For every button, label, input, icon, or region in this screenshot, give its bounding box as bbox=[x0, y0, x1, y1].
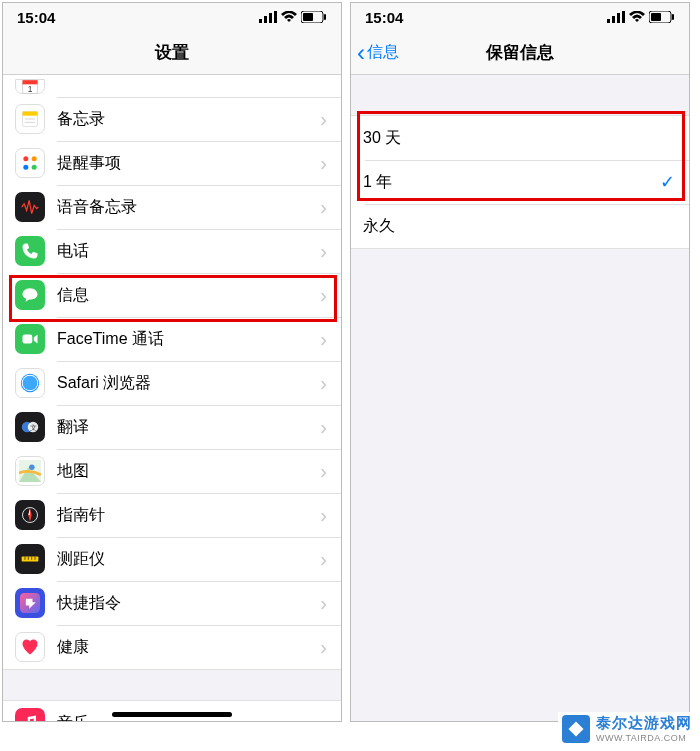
svg-rect-40 bbox=[672, 14, 674, 20]
status-time: 15:04 bbox=[365, 9, 403, 26]
option-label: 30 天 bbox=[363, 128, 675, 149]
settings-row-calendar[interactable]: 1日历› bbox=[3, 75, 341, 97]
svg-point-14 bbox=[23, 156, 28, 161]
translate-icon: 文 bbox=[15, 412, 45, 442]
messages-icon bbox=[15, 280, 45, 310]
settings-row-phone[interactable]: 电话› bbox=[3, 229, 341, 273]
phone-icon bbox=[15, 236, 45, 266]
page-title: 保留信息 bbox=[486, 41, 554, 64]
chevron-right-icon: › bbox=[320, 460, 327, 483]
row-label: 电话 bbox=[57, 241, 320, 262]
status-time: 15:04 bbox=[17, 9, 55, 26]
row-label: 地图 bbox=[57, 461, 320, 482]
svg-point-21 bbox=[23, 376, 38, 391]
signal-icon bbox=[259, 11, 277, 23]
chevron-right-icon: › bbox=[320, 504, 327, 527]
svg-rect-39 bbox=[651, 13, 661, 21]
chevron-right-icon: › bbox=[320, 712, 327, 722]
settings-row-music[interactable]: 音乐› bbox=[3, 701, 341, 721]
settings-row-reminders[interactable]: 提醒事项› bbox=[3, 141, 341, 185]
status-bar: 15:04 bbox=[3, 3, 341, 31]
settings-row-messages[interactable]: 信息› bbox=[3, 273, 341, 317]
row-label: 备忘录 bbox=[57, 109, 320, 130]
settings-row-measure[interactable]: 测距仪› bbox=[3, 537, 341, 581]
chevron-right-icon: › bbox=[320, 416, 327, 439]
battery-icon bbox=[649, 11, 675, 23]
phone-settings: 15:04 设置 1日历›备忘录›提醒事项›语音备忘录›电话›信息›FaceTi… bbox=[2, 2, 342, 722]
battery-icon bbox=[301, 11, 327, 23]
chevron-right-icon: › bbox=[320, 372, 327, 395]
safari-icon bbox=[15, 368, 45, 398]
svg-rect-18 bbox=[23, 335, 33, 344]
signal-icon bbox=[607, 11, 625, 23]
wifi-icon bbox=[629, 11, 645, 23]
option-1y[interactable]: 1 年✓ bbox=[351, 160, 689, 204]
svg-rect-34 bbox=[607, 19, 610, 23]
svg-point-16 bbox=[23, 165, 28, 170]
row-label: FaceTime 通话 bbox=[57, 329, 320, 350]
page-title: 设置 bbox=[155, 41, 189, 64]
settings-row-voicememo[interactable]: 语音备忘录› bbox=[3, 185, 341, 229]
watermark-name: 泰尔达游戏网 bbox=[596, 714, 692, 733]
svg-point-26 bbox=[29, 465, 35, 471]
settings-row-safari[interactable]: Safari 浏览器› bbox=[3, 361, 341, 405]
home-indicator bbox=[112, 712, 232, 717]
voicememo-icon bbox=[15, 192, 45, 222]
chevron-right-icon: › bbox=[320, 196, 327, 219]
svg-rect-6 bbox=[324, 14, 326, 20]
measure-icon bbox=[15, 544, 45, 574]
row-label: Safari 浏览器 bbox=[57, 373, 320, 394]
checkmark-icon: ✓ bbox=[660, 171, 675, 193]
nav-header-settings: 设置 bbox=[3, 31, 341, 75]
row-label: 翻译 bbox=[57, 417, 320, 438]
option-label: 永久 bbox=[363, 216, 675, 237]
svg-rect-37 bbox=[622, 11, 625, 23]
back-label: 信息 bbox=[367, 42, 399, 63]
chevron-right-icon: › bbox=[320, 240, 327, 263]
svg-point-15 bbox=[32, 156, 37, 161]
svg-rect-3 bbox=[274, 11, 277, 23]
svg-point-17 bbox=[32, 165, 37, 170]
back-button[interactable]: ‹ 信息 bbox=[357, 41, 399, 65]
chevron-right-icon: › bbox=[320, 548, 327, 571]
watermark-logo-icon bbox=[562, 715, 590, 743]
notes-icon bbox=[15, 104, 45, 134]
chevron-right-icon: › bbox=[320, 152, 327, 175]
maps-icon bbox=[15, 456, 45, 486]
option-label: 1 年 bbox=[363, 172, 660, 193]
row-label: 快捷指令 bbox=[57, 593, 320, 614]
settings-row-notes[interactable]: 备忘录› bbox=[3, 97, 341, 141]
option-30d[interactable]: 30 天 bbox=[351, 116, 689, 160]
row-label: 指南针 bbox=[57, 505, 320, 526]
svg-rect-28 bbox=[22, 557, 39, 562]
settings-list[interactable]: 1日历›备忘录›提醒事项›语音备忘录›电话›信息›FaceTime 通话›Saf… bbox=[3, 75, 341, 721]
option-forever[interactable]: 永久 bbox=[351, 204, 689, 248]
chevron-right-icon: › bbox=[320, 284, 327, 307]
row-label: 提醒事项 bbox=[57, 153, 320, 174]
health-icon bbox=[15, 632, 45, 662]
chevron-right-icon: › bbox=[320, 108, 327, 131]
row-label: 语音备忘录 bbox=[57, 197, 320, 218]
chevron-right-icon: › bbox=[320, 636, 327, 659]
settings-row-translate[interactable]: 文翻译› bbox=[3, 405, 341, 449]
chevron-right-icon: › bbox=[320, 592, 327, 615]
settings-row-facetime[interactable]: FaceTime 通话› bbox=[3, 317, 341, 361]
phone-keep-messages: 15:04 ‹ 信息 保留信息 30 天1 年✓永久 bbox=[350, 2, 690, 722]
settings-row-health[interactable]: 健康› bbox=[3, 625, 341, 669]
reminders-icon bbox=[15, 148, 45, 178]
svg-rect-1 bbox=[264, 16, 267, 23]
svg-rect-2 bbox=[269, 13, 272, 23]
svg-text:文: 文 bbox=[30, 424, 37, 431]
compass-icon bbox=[15, 500, 45, 530]
svg-rect-5 bbox=[303, 13, 313, 21]
svg-rect-11 bbox=[23, 112, 38, 116]
settings-row-compass[interactable]: 指南针› bbox=[3, 493, 341, 537]
music-icon bbox=[15, 708, 45, 721]
status-indicators bbox=[259, 11, 327, 23]
svg-text:1: 1 bbox=[28, 84, 33, 94]
svg-rect-0 bbox=[259, 19, 262, 23]
row-label: 信息 bbox=[57, 285, 320, 306]
settings-row-maps[interactable]: 地图› bbox=[3, 449, 341, 493]
settings-row-shortcuts[interactable]: 快捷指令› bbox=[3, 581, 341, 625]
options-list[interactable]: 30 天1 年✓永久 bbox=[351, 75, 689, 721]
